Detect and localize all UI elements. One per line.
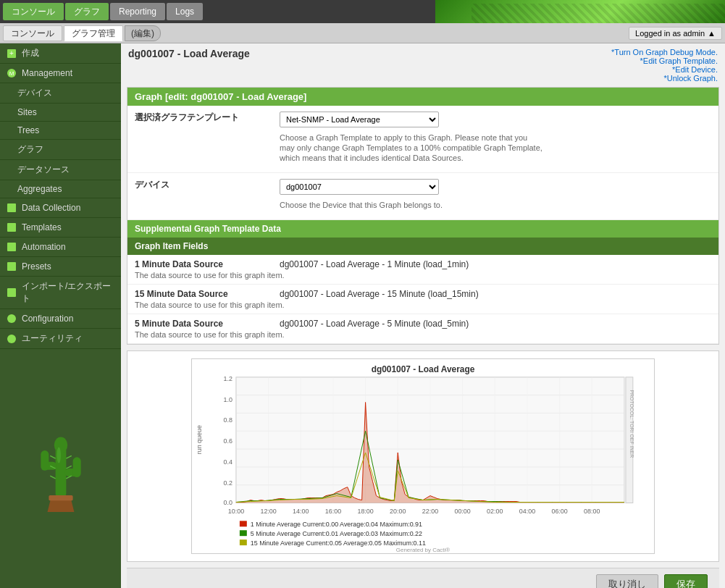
svg-rect-5	[7, 223, 16, 232]
svg-rect-4	[7, 203, 16, 212]
device-desc: Choose the Device that this Graph belong…	[280, 201, 711, 209]
unlock-graph-link[interactable]: *Unlock Graph.	[611, 74, 718, 83]
cancel-button[interactable]: 取り消し	[596, 574, 658, 588]
sidebar-item-presets[interactable]: Presets	[0, 257, 121, 277]
device-desc-row: Choose the Device that this Graph belong…	[135, 199, 711, 209]
automation-icon	[6, 241, 17, 253]
svg-text:02:00: 02:00	[487, 508, 503, 515]
sidebar-presets-label: Presets	[22, 261, 51, 272]
sidebar-item-create[interactable]: + 作成	[0, 43, 121, 64]
presets-icon	[6, 261, 17, 272]
svg-text:00:00: 00:00	[454, 508, 470, 515]
template-desc1: Choose a Graph Template to apply to this…	[280, 133, 711, 142]
svg-line-20	[66, 466, 71, 469]
edit-device-link[interactable]: *Edit Device.	[611, 65, 718, 74]
sidebar-datasources-label: データソース	[17, 164, 70, 176]
sidebar-templates-label: Templates	[22, 222, 62, 232]
sidebar-item-templates[interactable]: Templates	[0, 218, 121, 238]
console-tab[interactable]: コンソール	[3, 3, 64, 20]
action-links: *Turn On Graph Debug Mode. *Edit Graph T…	[611, 48, 718, 83]
sub-graph-manage-btn[interactable]: グラフ管理	[64, 25, 123, 41]
ds15-desc: The data source to use for this graph it…	[135, 301, 711, 309]
sub-console-btn[interactable]: コンソール	[3, 25, 62, 41]
svg-line-18	[66, 455, 71, 458]
svg-text:0.0: 0.0	[224, 499, 232, 506]
importexport-icon	[6, 287, 17, 298]
graph-edit-panel: Graph [edit: dg001007 - Load Average] 選択…	[127, 87, 719, 345]
svg-text:15 Minute Average   Current:0.: 15 Minute Average Current:0.05 Average:0…	[251, 539, 426, 547]
svg-rect-71	[240, 521, 247, 526]
sidebar-item-datasources[interactable]: データソース	[0, 160, 121, 180]
ds5-value: dg001007 - Load Average - 5 Minute (load…	[280, 319, 469, 329]
sidebar-item-utilities[interactable]: ユーティリティ	[0, 329, 121, 349]
sidebar-item-management[interactable]: M Management	[0, 64, 121, 83]
svg-text:20:00: 20:00	[390, 508, 406, 515]
ds5-title-row: 5 Minute Data Source dg001007 - Load Ave…	[135, 319, 711, 329]
sidebar-automation-label: Automation	[22, 242, 66, 252]
sidebar-item-sites[interactable]: Sites	[0, 104, 121, 122]
sidebar-configuration-label: Configuration	[22, 314, 73, 324]
svg-rect-7	[7, 262, 16, 271]
device-control-col: dg001007	[280, 179, 711, 195]
cactus-logo-area	[0, 349, 121, 588]
sub-edit-label: (編集)	[125, 25, 161, 41]
svg-text:Generated by Cacti®: Generated by Cacti®	[396, 547, 450, 553]
sidebar-item-datacollection[interactable]: Data Collection	[0, 198, 121, 218]
sidebar-item-aggregates[interactable]: Aggregates	[0, 180, 121, 198]
sidebar-item-configuration[interactable]: Configuration	[0, 309, 121, 329]
ds15-value: dg001007 - Load Average - 15 Minute (loa…	[280, 289, 479, 299]
svg-text:1 Minute Average     Current:0: 1 Minute Average Current:0.00 Average:0.…	[251, 521, 422, 528]
bottom-buttons: 取り消し 保存	[127, 568, 719, 588]
ds15-row: 15 Minute Data Source dg001007 - Load Av…	[127, 285, 718, 314]
sidebar-item-importexport[interactable]: インポート/エクスポート	[0, 277, 121, 309]
content-area: dg001007 - Load Average *Turn On Graph D…	[121, 43, 725, 588]
svg-rect-73	[240, 530, 247, 536]
save-button[interactable]: 保存	[664, 574, 708, 588]
svg-text:M: M	[9, 70, 14, 77]
template-row: 選択済グラフテンプレート Net-SNMP - Load Average	[135, 112, 711, 127]
device-label-col: デバイス	[135, 179, 280, 191]
sidebar-utilities-label: ユーティリティ	[22, 332, 83, 345]
graph-tab[interactable]: グラフ	[65, 3, 109, 20]
template-section: 選択済グラフテンプレート Net-SNMP - Load Average Cho…	[127, 106, 718, 173]
device-select[interactable]: dg001007	[280, 179, 439, 195]
logs-tab[interactable]: Logs	[167, 3, 203, 20]
reporting-tab[interactable]: Reporting	[110, 3, 165, 20]
sidebar-item-graphs[interactable]: グラフ	[0, 140, 121, 160]
svg-line-17	[50, 455, 55, 458]
svg-rect-16	[72, 457, 80, 477]
templates-icon	[6, 222, 17, 233]
svg-point-10	[7, 335, 16, 343]
sidebar-graphs-label: グラフ	[17, 143, 43, 156]
svg-point-25	[56, 447, 61, 463]
header-logo	[435, 0, 725, 23]
sidebar-item-trees[interactable]: Trees	[0, 122, 121, 140]
configuration-icon	[6, 313, 17, 324]
svg-point-12	[54, 437, 67, 453]
device-section: デバイス dg001007 Choose the Device that thi…	[127, 173, 718, 220]
datacollection-icon	[6, 202, 17, 214]
logged-in-text: Logged in as admin	[635, 29, 705, 38]
cactus-icon	[32, 425, 90, 512]
sidebar-item-devices[interactable]: デバイス	[0, 83, 121, 104]
sidebar-create-label: 作成	[22, 47, 39, 59]
svg-rect-14	[41, 450, 49, 471]
debug-mode-link[interactable]: *Turn On Graph Debug Mode.	[611, 48, 718, 56]
svg-text:PROTOCOL: TORI OEF INER: PROTOCOL: TORI OEF INER	[629, 390, 634, 458]
edit-template-link[interactable]: *Edit Graph Template.	[611, 56, 718, 65]
svg-text:10:00: 10:00	[228, 508, 244, 515]
sidebar-importexport-label: インポート/エクスポート	[22, 280, 115, 305]
graph-chart: dg001007 - Load Average	[191, 358, 655, 554]
sidebar-item-automation[interactable]: Automation	[0, 238, 121, 257]
template-label: 選択済グラフテンプレート	[135, 112, 280, 124]
sidebar-trees-label: Trees	[17, 125, 39, 135]
graph-item-fields-header: Graph Item Fields	[127, 238, 718, 255]
template-select[interactable]: Net-SNMP - Load Average	[280, 112, 439, 127]
management-icon: M	[6, 67, 17, 79]
svg-point-9	[7, 314, 16, 323]
svg-text:06:00: 06:00	[551, 508, 567, 515]
template-desc-row: Choose a Graph Template to apply to this…	[135, 132, 711, 162]
svg-line-21	[50, 476, 55, 479]
graph-image-container: dg001007 - Load Average	[127, 350, 719, 562]
ds1-desc: The data source to use for this graph it…	[135, 271, 711, 280]
